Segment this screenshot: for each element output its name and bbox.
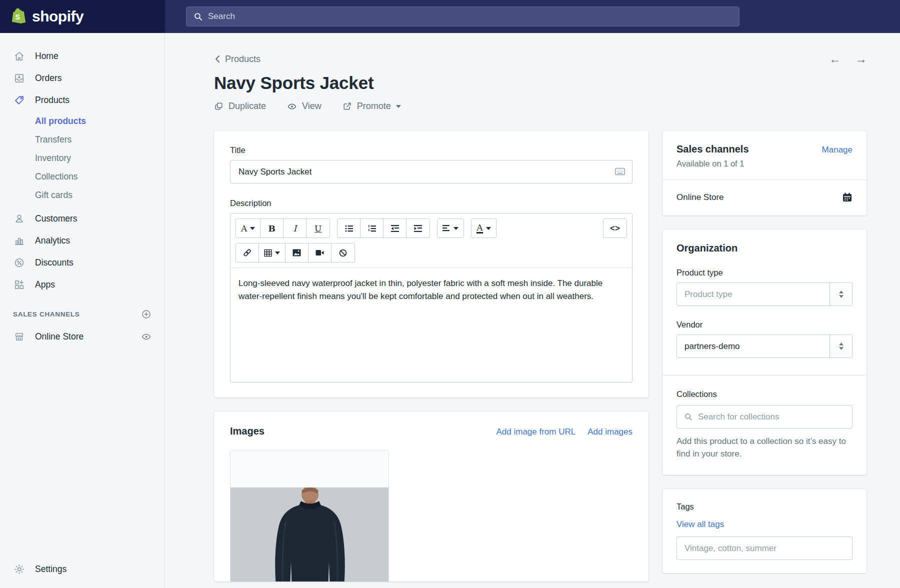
sidebar-item-discounts[interactable]: Discounts	[0, 252, 164, 274]
add-image-from-url-link[interactable]: Add image from URL	[496, 427, 576, 437]
text-color-button[interactable]: A	[472, 219, 496, 238]
vendor-input[interactable]	[677, 335, 830, 358]
sidebar-label-home: Home	[35, 51, 58, 62]
tags-card: Tags View all tags	[662, 489, 866, 573]
orders-icon	[13, 72, 25, 84]
description-textarea[interactable]: Long-sleeved navy waterproof jacket in t…	[230, 268, 632, 382]
brand-wordmark: shopify	[32, 8, 84, 25]
insert-image-button[interactable]	[286, 244, 308, 262]
search-input[interactable]	[208, 12, 732, 22]
insert-link-button[interactable]	[236, 244, 259, 262]
schedule-calendar-icon[interactable]	[842, 192, 852, 202]
caret-down-icon	[486, 227, 491, 230]
sidebar-item-home[interactable]: Home	[0, 45, 164, 67]
thumbnail-header	[230, 450, 388, 488]
svg-text:S: S	[15, 13, 20, 21]
duplicate-label: Duplicate	[228, 101, 266, 112]
sales-channels-heading-row: SALES CHANNELS	[0, 296, 164, 326]
collections-search-input[interactable]	[698, 412, 845, 422]
sidebar-item-all-products[interactable]: All products	[0, 112, 164, 130]
sidebar-label-apps: Apps	[35, 280, 55, 290]
sidebar-label-products: Products	[35, 95, 70, 106]
sidebar-item-analytics[interactable]: Analytics	[0, 230, 164, 252]
editor-toolbar: A B I U	[230, 214, 632, 268]
sidebar-item-inventory[interactable]: Inventory	[0, 149, 164, 168]
sidebar-item-products[interactable]: Products	[0, 89, 164, 111]
alignment-button[interactable]	[438, 219, 464, 238]
outdent-button[interactable]	[384, 219, 406, 238]
main-content: Products ← → Navy Sports Jacket Duplicat…	[165, 33, 900, 588]
bulleted-list-button[interactable]	[338, 219, 360, 238]
sales-channels-card: Sales channels Manage Available on 1 of …	[662, 130, 866, 216]
shopify-logo[interactable]: S shopify	[0, 0, 165, 33]
collections-label: Collections	[676, 390, 852, 399]
search-icon	[194, 12, 203, 22]
product-photo-navy-jacket	[230, 488, 388, 582]
sidebar-item-gift-cards[interactable]: Gift cards	[0, 186, 164, 204]
promote-button[interactable]: Promote	[342, 101, 401, 112]
availability-status: Available on 1 of 1	[676, 159, 852, 168]
organization-heading: Organization	[676, 242, 852, 254]
manage-sales-channels-link[interactable]: Manage	[822, 145, 852, 155]
breadcrumb[interactable]: Products	[214, 54, 260, 64]
clear-formatting-button[interactable]	[332, 244, 354, 262]
online-store-icon	[13, 330, 25, 342]
duplicate-button[interactable]: Duplicate	[214, 101, 266, 112]
product-type-combobox	[676, 282, 852, 306]
images-heading: Images	[230, 426, 264, 437]
back-chevron-icon	[214, 55, 221, 63]
external-link-icon	[342, 102, 352, 111]
sidebar-item-customers[interactable]: Customers	[0, 208, 164, 230]
add-images-link[interactable]: Add images	[588, 427, 632, 437]
italic-button[interactable]: I	[284, 219, 306, 238]
view-all-tags-link[interactable]: View all tags	[676, 520, 724, 530]
caret-down-icon	[275, 252, 280, 254]
product-image-thumbnail[interactable]	[230, 450, 389, 582]
view-button[interactable]: View	[287, 101, 322, 112]
sidebar-item-settings[interactable]: Settings	[0, 558, 164, 580]
link-icon	[243, 248, 252, 257]
sidebar-label-online-store: Online Store	[35, 332, 130, 342]
stepper-down-icon	[839, 347, 844, 350]
sidebar-item-orders[interactable]: Orders	[0, 67, 164, 89]
show-html-button[interactable]: <>	[604, 219, 626, 238]
bold-button[interactable]: B	[260, 219, 284, 238]
indent-button[interactable]	[406, 219, 430, 238]
tags-label: Tags	[676, 502, 852, 512]
view-store-eye-icon[interactable]	[140, 331, 152, 342]
organization-card: Organization Product type Vendor	[662, 230, 866, 475]
add-sales-channel-icon[interactable]	[140, 308, 152, 320]
video-icon	[316, 250, 324, 256]
sidebar-item-collections[interactable]: Collections	[0, 168, 164, 186]
tags-input[interactable]	[676, 536, 852, 560]
sidebar-item-transfers[interactable]: Transfers	[0, 130, 164, 149]
text-style-button[interactable]: A	[236, 219, 260, 238]
stepper-down-icon	[839, 295, 844, 298]
sidebar-item-apps[interactable]: Apps	[0, 274, 164, 296]
numbered-list-button[interactable]	[360, 219, 384, 238]
product-type-label: Product type	[676, 268, 852, 278]
outdent-icon	[391, 224, 399, 232]
insert-video-button[interactable]	[308, 244, 332, 262]
next-product-arrow[interactable]: →	[855, 52, 867, 66]
sales-channels-card-heading: Sales channels	[676, 144, 749, 155]
underline-button[interactable]: U	[306, 219, 330, 238]
sidebar: Home Orders Products All products Transf…	[0, 33, 165, 588]
insert-table-button[interactable]	[259, 244, 286, 262]
product-type-stepper[interactable]	[830, 283, 852, 306]
sidebar-label-settings: Settings	[35, 564, 66, 574]
indent-icon	[414, 224, 422, 232]
rich-text-editor: A B I U	[230, 213, 632, 382]
caret-down-icon	[250, 227, 255, 230]
gear-icon	[13, 563, 25, 575]
vendor-combobox	[676, 334, 852, 358]
prev-product-arrow[interactable]: ←	[829, 52, 841, 66]
channel-online-store-label: Online Store	[676, 192, 842, 202]
title-input[interactable]	[230, 160, 632, 184]
products-tag-icon	[13, 94, 25, 106]
images-card: Images Add image from URL Add images	[214, 412, 648, 582]
global-search[interactable]	[186, 6, 740, 26]
sidebar-item-online-store[interactable]: Online Store	[0, 326, 164, 348]
vendor-stepper[interactable]	[830, 335, 852, 358]
product-type-input[interactable]	[677, 283, 830, 306]
